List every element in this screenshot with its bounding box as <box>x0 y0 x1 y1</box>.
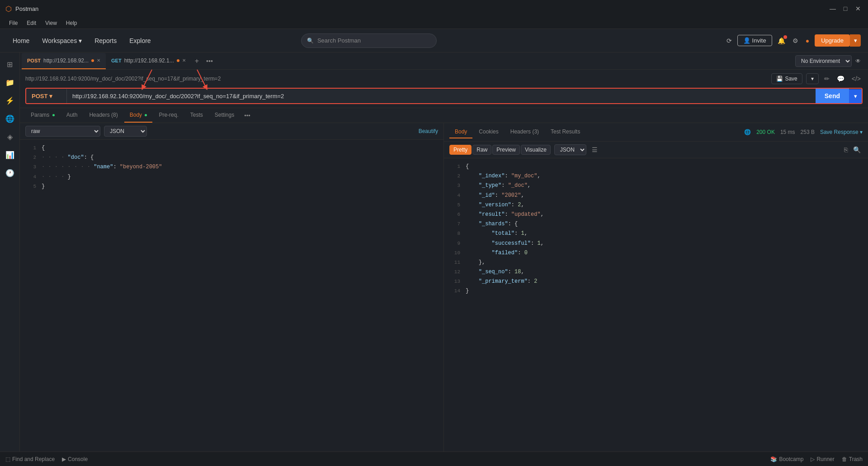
beautify-button[interactable]: Beautify <box>419 128 438 134</box>
resp-tab-cookies[interactable]: Cookies <box>473 126 504 138</box>
menu-edit[interactable]: Edit <box>23 19 40 27</box>
req-tab-settings[interactable]: Settings <box>209 108 240 123</box>
menu-file[interactable]: File <box>5 19 21 27</box>
tab-get-url-label: http://192.168.92.1... <box>124 57 174 64</box>
response-panel: Body Cookies Headers (3) Test Results 🌐 … <box>444 123 868 452</box>
req-tab-prereq[interactable]: Pre-req. <box>153 108 184 123</box>
body-format-json-select[interactable]: JSON Text JavaScript HTML XML <box>104 126 147 137</box>
request-body-editor[interactable]: 1 { 2 · · · · "doc": { 3 · · · · · · · ·… <box>20 140 443 452</box>
edit-button[interactable]: ✏ <box>822 73 831 84</box>
tab-get-request[interactable]: GET http://192.168.92.1... ✕ <box>106 53 191 69</box>
notification-badge <box>783 35 787 39</box>
sidebar-history-icon[interactable]: 🕐 <box>2 165 18 181</box>
console-button[interactable]: ▶ Console <box>62 456 88 462</box>
req-tab-tests[interactable]: Tests <box>185 108 208 123</box>
body-panels: raw form-data x-www-form-urlencoded bina… <box>20 123 868 452</box>
maximize-button[interactable]: □ <box>841 4 850 13</box>
method-select[interactable]: POST ▾ <box>26 89 67 103</box>
resp-line-3: 3 "_type": "_doc", <box>444 181 868 190</box>
nav-home[interactable]: Home <box>7 34 35 47</box>
resp-language-select[interactable]: JSON XML HTML Text <box>554 144 586 155</box>
menu-help[interactable]: Help <box>62 19 81 27</box>
body-format-raw-select[interactable]: raw form-data x-www-form-urlencoded bina… <box>25 126 100 137</box>
find-replace-icon: ⬚ <box>5 456 10 462</box>
resp-tab-body[interactable]: Body <box>449 126 472 138</box>
resp-search-button[interactable]: 🔍 <box>851 145 863 154</box>
find-replace-button[interactable]: ⬚ Find and Replace <box>5 456 55 462</box>
environment-select[interactable]: No Environment <box>795 55 852 67</box>
nav-reports[interactable]: Reports <box>89 34 122 47</box>
tabs-more-button[interactable]: ••• <box>203 56 217 67</box>
notifications-bell-button[interactable]: 🔔 <box>776 35 787 46</box>
resp-line-14: 14 } <box>444 286 868 296</box>
nav-workspaces[interactable]: Workspaces ▾ <box>37 34 87 47</box>
sidebar-environments-icon[interactable]: 🌐 <box>2 110 18 127</box>
resp-format-pretty-btn[interactable]: Pretty <box>449 145 472 155</box>
search-bar[interactable]: 🔍 Search Postman <box>301 33 437 48</box>
code-button[interactable]: </> <box>850 73 863 84</box>
sidebar: ⊞ 📁 ⚡ 🌐 ◈ 📊 🕐 <box>0 52 20 452</box>
app-window: ⬡ Postman — □ ✕ File Edit View Help Home… <box>0 0 868 466</box>
request-row: POST ▾ Send ▾ <box>25 88 863 104</box>
resp-line-11: 11 }, <box>444 258 868 267</box>
req-tab-params[interactable]: Params <box>25 108 60 123</box>
menu-view[interactable]: View <box>42 19 61 27</box>
sidebar-monitors-icon[interactable]: 📊 <box>2 147 18 163</box>
resp-line-8: 8 "total": 1, <box>444 229 868 238</box>
resp-tab-headers[interactable]: Headers (3) <box>505 126 544 138</box>
sidebar-new-tab-icon[interactable]: ⊞ <box>2 56 18 72</box>
code-line-5: 5 } <box>20 182 443 191</box>
settings-button[interactable]: ⚙ <box>791 35 800 46</box>
resp-copy-button[interactable]: ⎘ <box>842 145 849 154</box>
resp-tab-test-results[interactable]: Test Results <box>545 126 585 138</box>
resp-line-7: 7 "_shards": { <box>444 219 868 229</box>
invite-button[interactable]: 👤 Invite <box>737 35 772 46</box>
request-body-panel: raw form-data x-www-form-urlencoded bina… <box>20 123 444 452</box>
body-toolbar: raw form-data x-www-form-urlencoded bina… <box>20 123 443 140</box>
resp-format-visualize-btn[interactable]: Visualize <box>521 145 551 155</box>
minimize-button[interactable]: — <box>828 4 837 13</box>
upgrade-button[interactable]: Upgrade <box>815 34 850 47</box>
resp-time-label: 15 ms <box>780 129 795 135</box>
sync-button[interactable]: ⟳ <box>725 35 734 46</box>
nav-explore[interactable]: Explore <box>124 34 156 47</box>
console-icon: ▶ <box>62 456 66 462</box>
nav-bar: Home Workspaces ▾ Reports Explore 🔍 Sear… <box>0 29 868 52</box>
resp-line-6: 6 "result": "updated", <box>444 210 868 219</box>
tab-get-close-button[interactable]: ✕ <box>182 58 186 63</box>
code-line-4: 4 · · · · } <box>20 172 443 182</box>
tab-post-request[interactable]: POST http://192.168.92... ✕ <box>22 53 106 69</box>
save-button[interactable]: 💾 Save <box>771 73 802 84</box>
upgrade-arrow-button[interactable]: ▾ <box>850 34 861 47</box>
runner-button[interactable]: ▷ Runner <box>811 456 834 462</box>
resp-format-raw-btn[interactable]: Raw <box>472 145 491 155</box>
method-label: POST <box>32 93 47 100</box>
send-dropdown-button[interactable]: ▾ <box>849 89 862 103</box>
close-button[interactable]: ✕ <box>854 4 863 13</box>
code-line-1: 1 { <box>20 143 443 153</box>
save-dropdown-button[interactable]: ▾ <box>806 73 819 84</box>
url-input[interactable] <box>67 89 816 103</box>
environment-eye-button[interactable]: 👁 <box>854 56 863 66</box>
tab-close-button[interactable]: ✕ <box>97 58 100 63</box>
req-tab-body[interactable]: Body <box>124 108 153 123</box>
req-tabs-more[interactable]: ••• <box>244 112 250 119</box>
req-tab-headers[interactable]: Headers (8) <box>84 108 123 123</box>
sidebar-collections-icon[interactable]: 📁 <box>2 74 18 90</box>
method-chevron-icon: ▾ <box>49 93 52 100</box>
user-avatar-button[interactable]: ● <box>804 35 811 46</box>
comment-button[interactable]: 💬 <box>835 73 846 84</box>
sidebar-apis-icon[interactable]: ⚡ <box>2 92 18 109</box>
title-bar: ⬡ Postman — □ ✕ <box>0 0 868 17</box>
response-body-editor: 1 { 2 "_index": "my_doc", 3 "_type": "_d… <box>444 158 868 452</box>
send-button[interactable]: Send <box>816 89 849 103</box>
save-response-button[interactable]: Save Response ▾ <box>820 129 863 135</box>
new-tab-button[interactable]: + <box>191 55 203 67</box>
bootcamp-button[interactable]: 📚 Bootcamp <box>770 456 803 462</box>
req-tab-auth[interactable]: Auth <box>61 108 83 123</box>
sidebar-mock-servers-icon[interactable]: ◈ <box>2 128 18 145</box>
bottom-bar: ⬚ Find and Replace ▶ Console 📚 Bootcamp … <box>0 452 868 466</box>
resp-filter-button[interactable]: ☰ <box>590 145 599 154</box>
trash-button[interactable]: 🗑 Trash <box>842 456 863 462</box>
resp-format-preview-btn[interactable]: Preview <box>492 145 520 155</box>
